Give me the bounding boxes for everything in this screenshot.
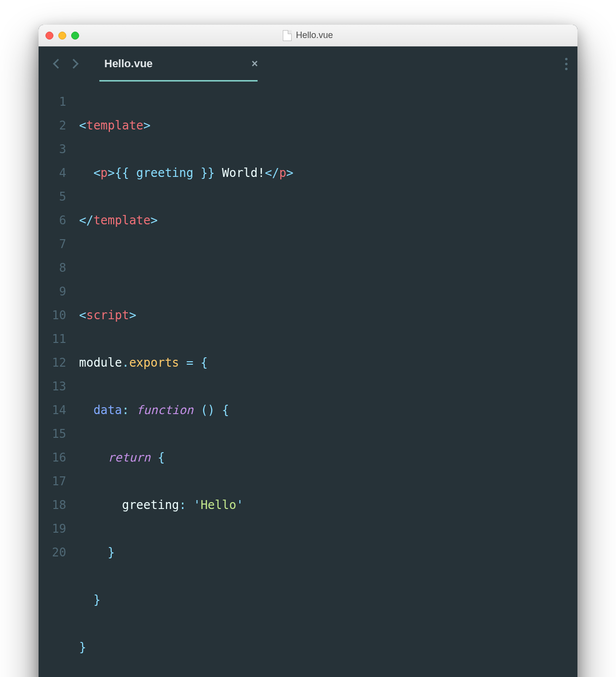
line-number: 13 <box>39 375 66 398</box>
window-title-text: Hello.vue <box>296 30 333 41</box>
window-title: Hello.vue <box>39 30 577 41</box>
nav-arrows <box>54 60 77 67</box>
nav-back-icon[interactable] <box>53 59 63 69</box>
line-number-gutter: 1 2 3 4 5 6 7 8 9 10 11 12 13 14 15 16 1… <box>39 81 73 677</box>
line-number: 18 <box>39 493 66 517</box>
active-tab-indicator <box>99 80 258 82</box>
close-tab-icon[interactable]: × <box>252 57 258 70</box>
line-number: 19 <box>39 517 66 541</box>
line-number: 17 <box>39 469 66 493</box>
line-number: 12 <box>39 351 66 375</box>
line-number: 14 <box>39 398 66 422</box>
line-number: 11 <box>39 327 66 351</box>
line-number: 15 <box>39 422 66 446</box>
line-number: 1 <box>39 90 66 114</box>
line-number: 6 <box>39 209 66 232</box>
nav-forward-icon[interactable] <box>69 59 79 69</box>
line-number: 10 <box>39 303 66 327</box>
line-number: 5 <box>39 185 66 209</box>
minimize-window-button[interactable] <box>58 32 66 40</box>
code-content[interactable]: <template> <p>{{ greeting }} World!</p> … <box>73 81 577 677</box>
zoom-window-button[interactable] <box>71 32 79 40</box>
line-number: 20 <box>39 541 66 564</box>
file-icon <box>283 30 292 41</box>
line-number: 7 <box>39 232 66 256</box>
tab-bar: Hello.vue × <box>39 46 577 81</box>
line-number: 16 <box>39 446 66 469</box>
file-tab[interactable]: Hello.vue × <box>104 46 258 81</box>
line-number: 4 <box>39 161 66 185</box>
line-number: 9 <box>39 280 66 303</box>
line-number: 8 <box>39 256 66 280</box>
traffic-lights <box>45 32 79 40</box>
close-window-button[interactable] <box>45 32 53 40</box>
more-menu-icon[interactable] <box>565 58 568 70</box>
window-titlebar[interactable]: Hello.vue <box>39 25 577 46</box>
file-tab-label: Hello.vue <box>104 57 153 70</box>
editor-window: Hello.vue Hello.vue × 1 2 3 4 5 6 7 8 9 … <box>39 25 577 677</box>
code-editor[interactable]: 1 2 3 4 5 6 7 8 9 10 11 12 13 14 15 16 1… <box>39 81 577 677</box>
line-number: 3 <box>39 137 66 161</box>
line-number: 2 <box>39 114 66 137</box>
